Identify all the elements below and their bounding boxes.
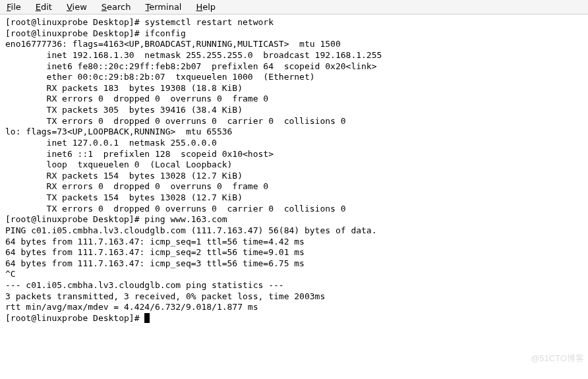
terminal-line: [root@linuxprobe Desktop]# ping www.163.… [5,214,583,225]
terminal-output[interactable]: [root@linuxprobe Desktop]# systemctl res… [0,15,588,327]
terminal-line: inet6 ::1 prefixlen 128 scopeid 0x10<hos… [5,149,583,160]
terminal-line: RX packets 154 bytes 13028 (12.7 KiB) [5,171,583,182]
menu-file[interactable]: File [5,1,22,13]
menu-terminal[interactable]: Terminal [144,1,183,13]
cursor [144,313,150,323]
terminal-line: inet 192.168.1.30 netmask 255.255.255.0 … [5,50,583,61]
terminal-line: [root@linuxprobe Desktop]# systemctl res… [5,17,583,28]
terminal-line: [root@linuxprobe Desktop]# [5,313,583,324]
terminal-line: 64 bytes from 111.7.163.47: icmp_seq=1 t… [5,237,583,248]
menu-help[interactable]: Help [194,1,217,13]
terminal-line: [root@linuxprobe Desktop]# ifconfig [5,28,583,40]
menu-search[interactable]: Search [100,1,132,13]
terminal-line: rtt min/avg/max/mdev = 4.424/6.732/9.018… [5,302,583,313]
terminal-line: RX packets 183 bytes 19308 (18.8 KiB) [5,83,583,94]
terminal-line: loop txqueuelen 0 (Local Loopback) [5,160,583,171]
menubar: File Edit View Search Terminal Help [0,0,588,15]
terminal-line: 64 bytes from 111.7.163.47: icmp_seq=2 t… [5,247,583,258]
terminal-line: inet6 fe80::20c:29ff:feb8:2b07 prefixlen… [5,61,583,73]
terminal-line: 3 packets transmitted, 3 received, 0% pa… [5,291,583,303]
menu-edit[interactable]: Edit [34,1,53,13]
terminal-line: lo: flags=73<UP,LOOPBACK,RUNNING> mtu 65… [5,127,583,138]
terminal-line: PING c01.i05.cmbha.lv3.cloudglb.com (111… [5,225,583,237]
terminal-line: TX packets 305 bytes 39416 (38.4 KiB) [5,105,583,116]
terminal-line: eno16777736: flags=4163<UP,BROADCAST,RUN… [5,39,583,50]
terminal-line: RX errors 0 dropped 0 overruns 0 frame 0 [5,94,583,105]
terminal-line: RX errors 0 dropped 0 overruns 0 frame 0 [5,181,583,192]
terminal-line: 64 bytes from 111.7.163.47: icmp_seq=3 t… [5,258,583,270]
terminal-line: ^C [5,269,583,280]
terminal-line: ether 00:0c:29:b8:2b:07 txqueuelen 1000 … [5,72,583,83]
terminal-line: --- c01.i05.cmbha.lv3.cloudglb.com ping … [5,280,583,291]
terminal-line: TX packets 154 bytes 13028 (12.7 KiB) [5,192,583,204]
watermark: @51CTO博客 [531,353,584,364]
terminal-line: TX errors 0 dropped 0 overruns 0 carrier… [5,204,583,215]
terminal-line: inet 127.0.0.1 netmask 255.0.0.0 [5,138,583,149]
terminal-line: TX errors 0 dropped 0 overruns 0 carrier… [5,116,583,127]
menu-view[interactable]: View [65,1,88,13]
